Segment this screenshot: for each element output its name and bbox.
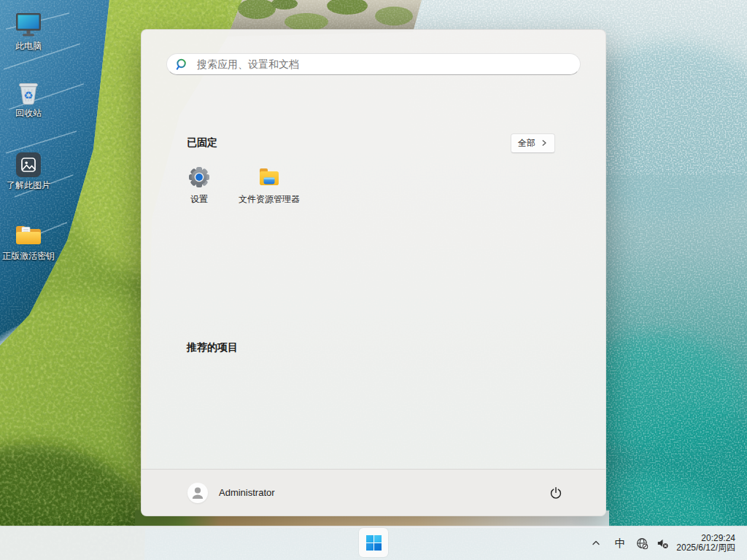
search-icon (176, 58, 188, 71)
user-avatar (187, 483, 208, 503)
desktop-icon-this-pc[interactable]: 此电脑 (1, 9, 56, 51)
chevron-right-icon (541, 139, 548, 147)
desktop-icon-label: 回收站 (15, 109, 42, 118)
file-explorer-icon (258, 166, 281, 189)
pinned-heading: 已固定 (187, 136, 217, 149)
pinned-app-file-explorer[interactable]: 文件资源管理器 (234, 163, 304, 214)
tray-overflow-button[interactable] (587, 532, 605, 555)
chevron-up-icon (592, 539, 600, 548)
all-apps-button[interactable]: 全部 (511, 133, 555, 153)
this-pc-icon (14, 9, 43, 39)
folder-icon (14, 219, 43, 249)
clock-date: 2025/6/12/周四 (676, 543, 735, 553)
desktop-icon-label: 此电脑 (15, 42, 42, 51)
start-menu-panel: 已固定 全部 (141, 29, 606, 516)
gear-icon (187, 166, 211, 189)
desktop-icon-activation-key[interactable]: 正版激活密钥 (1, 219, 56, 261)
system-tray: 中 20:29:24 2025/6/12/周四 (587, 526, 747, 560)
user-account-button[interactable]: Administrator (187, 480, 281, 506)
desktop-icon-learn-about-picture[interactable]: 了解此图片 (1, 148, 56, 190)
recycle-bin-icon: ♻ (15, 76, 42, 106)
volume-muted-icon[interactable] (653, 532, 672, 555)
taskbar: 中 20:29:24 2025/6/12/周四 (0, 526, 747, 560)
svg-text:♻: ♻ (23, 89, 33, 102)
start-button[interactable] (359, 528, 388, 557)
pinned-app-label: 文件资源管理器 (239, 193, 300, 206)
search-box[interactable] (166, 53, 581, 75)
search-input[interactable] (196, 58, 571, 71)
taskbar-clock[interactable]: 20:29:24 2025/6/12/周四 (676, 534, 735, 553)
desktop-icon-recycle-bin[interactable]: ♻ 回收站 (1, 76, 56, 118)
pinned-apps-grid: 设置 文件资源管理器 (164, 163, 304, 214)
windows-logo-icon (366, 535, 382, 551)
desktop-icon-label: 正版激活密钥 (2, 252, 55, 261)
power-icon (549, 486, 562, 499)
start-menu-footer: Administrator (142, 469, 605, 516)
pinned-app-settings[interactable]: 设置 (164, 163, 234, 214)
network-offline-icon[interactable] (632, 532, 651, 555)
picture-info-icon (15, 148, 42, 179)
power-button[interactable] (541, 480, 570, 506)
desktop-icon-label: 了解此图片 (7, 181, 50, 190)
clock-time: 20:29:24 (676, 534, 735, 544)
user-name: Administrator (219, 487, 275, 498)
pinned-app-label: 设置 (190, 193, 208, 206)
ime-indicator[interactable]: 中 (611, 532, 630, 555)
recommended-heading: 推荐的项目 (187, 341, 238, 354)
